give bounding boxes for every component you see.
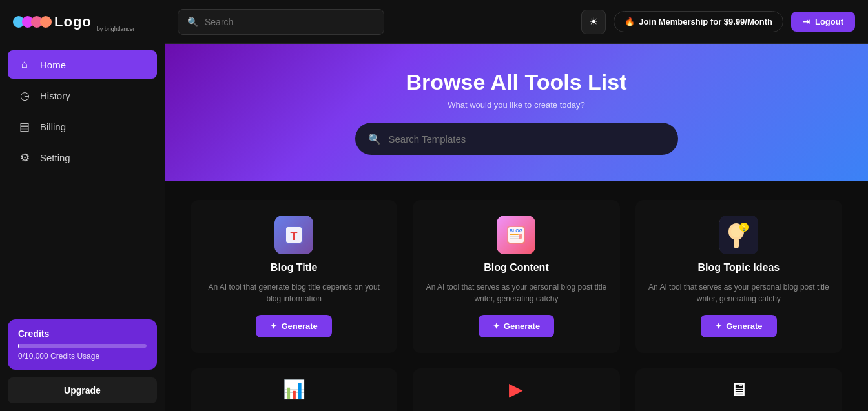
blog-content-icon: BLOG [497, 216, 535, 254]
blog-content-label: Blog Content [484, 262, 548, 274]
blog-title-generate-button[interactable]: ✦ Generate [256, 315, 331, 337]
logo-icon [13, 16, 52, 28]
blog-topic-generate-button[interactable]: ✦ Generate [701, 315, 776, 337]
tool-5-icon: ▶ [509, 379, 523, 400]
sidebar-item-billing[interactable]: ▤ Billing [8, 112, 157, 141]
sparkle-icon: ✦ [270, 321, 277, 331]
svg-text:💡: 💡 [740, 223, 749, 232]
logout-label: Logout [815, 17, 843, 26]
logo-sub: by brightlancer [97, 26, 135, 32]
blog-content-desc: An AI tool that serves as your personal … [426, 281, 606, 305]
setting-icon: ⚙ [18, 151, 31, 164]
fire-icon: 🔥 [625, 17, 635, 26]
tool-4-icon: 📊 [283, 379, 305, 400]
svg-rect-9 [519, 234, 522, 239]
hero-title: Browse All Tools List [178, 70, 855, 95]
svg-text:T: T [291, 230, 298, 243]
logout-arrow-icon: ⇥ [803, 17, 810, 26]
nav-label-history: History [40, 90, 70, 101]
tool-card-blog-topic: 💡 Blog Topic Ideas An AI tool that serve… [636, 200, 842, 353]
credits-title: Credits [18, 328, 147, 339]
upgrade-button[interactable]: Upgrade [8, 377, 157, 403]
hero-search-bar[interactable]: 🔍 [355, 123, 678, 155]
topbar: 🔍 ☀ 🔥 Join Membership for $9.99/Month ⇥ … [165, 0, 868, 44]
membership-button[interactable]: 🔥 Join Membership for $9.99/Month [614, 11, 783, 32]
logo-area: Logo by brightlancer [0, 0, 165, 44]
hero-banner: Browse All Tools List What would you lik… [165, 44, 868, 181]
tool-card-5: ▶ [413, 368, 619, 411]
sidebar-item-home[interactable]: ⌂ Home [8, 50, 157, 79]
blog-topic-desc: An AI tool that serves as your personal … [648, 281, 829, 305]
generate-label-2: Generate [504, 321, 540, 331]
tools-grid: T Blog Title An AI tool that generate bl… [191, 200, 842, 411]
main-content: 🔍 ☀ 🔥 Join Membership for $9.99/Month ⇥ … [165, 0, 868, 411]
sparkle-icon-2: ✦ [493, 321, 500, 331]
sun-icon: ☀ [589, 15, 598, 28]
sidebar: Logo by brightlancer ⌂ Home ◷ History ▤ … [0, 0, 165, 411]
nav-menu: ⌂ Home ◷ History ▤ Billing ⚙ Setting [0, 44, 165, 312]
sparkle-icon-3: ✦ [715, 321, 722, 331]
sidebar-item-setting[interactable]: ⚙ Setting [8, 143, 157, 172]
topbar-right: ☀ 🔥 Join Membership for $9.99/Month ⇥ Lo… [581, 10, 855, 34]
svg-rect-6 [510, 234, 519, 235]
svg-text:BLOG: BLOG [510, 228, 523, 233]
sidebar-item-history[interactable]: ◷ History [8, 81, 157, 110]
theme-toggle-button[interactable]: ☀ [581, 10, 606, 34]
search-icon: 🔍 [187, 17, 198, 27]
tool-card-blog-content: BLOG Blog Content An AI tool that serves… [413, 200, 619, 353]
logo-text: Logo [54, 14, 92, 30]
hero-search-icon: 🔍 [368, 133, 381, 145]
tools-area: T Blog Title An AI tool that generate bl… [165, 181, 868, 411]
credits-card: Credits 0/10,000 Credits Usage [8, 319, 157, 370]
blog-topic-label: Blog Topic Ideas [698, 262, 780, 274]
membership-label: Join Membership for $9.99/Month [639, 17, 772, 26]
blog-content-generate-button[interactable]: ✦ Generate [479, 315, 554, 337]
tool-card-4: 📊 [191, 368, 397, 411]
nav-label-setting: Setting [40, 152, 70, 163]
search-bar[interactable]: 🔍 [178, 9, 384, 35]
generate-label-1: Generate [281, 321, 317, 331]
history-icon: ◷ [18, 89, 31, 102]
billing-icon: ▤ [18, 120, 31, 133]
tool-6-icon: 🖥 [730, 379, 748, 400]
svg-rect-8 [510, 238, 520, 239]
tool-card-6: 🖥 [636, 368, 842, 411]
search-input[interactable] [205, 17, 375, 27]
hero-search-input[interactable] [389, 134, 665, 145]
nav-label-home: Home [40, 59, 66, 70]
blog-topic-icon: 💡 [719, 216, 758, 254]
blog-title-desc: An AI tool that generate blog title depe… [203, 281, 384, 305]
blog-title-icon: T [274, 216, 313, 254]
tool-card-blog-title: T Blog Title An AI tool that generate bl… [191, 200, 397, 353]
generate-label-3: Generate [726, 321, 762, 331]
credits-bar-fill [18, 344, 19, 348]
nav-label-billing: Billing [40, 121, 66, 132]
svg-rect-11 [734, 239, 739, 248]
credits-bar-background [18, 344, 147, 348]
hero-subtitle: What would you like to create today? [178, 100, 855, 110]
home-icon: ⌂ [18, 58, 31, 71]
credits-usage-label: 0/10,000 Credits Usage [18, 352, 147, 361]
logout-button[interactable]: ⇥ Logout [791, 12, 855, 32]
blog-title-label: Blog Title [271, 262, 318, 274]
